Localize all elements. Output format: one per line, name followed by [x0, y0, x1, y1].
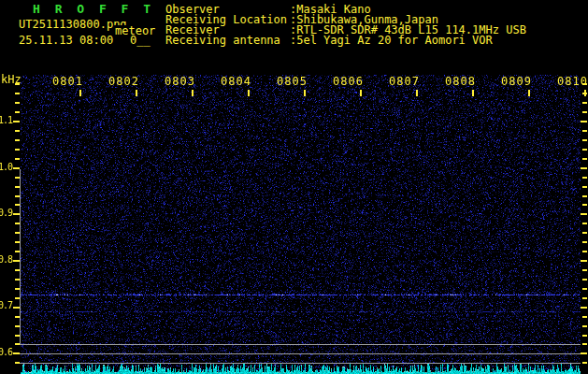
tick-mark	[15, 204, 20, 206]
time-tick-label: 0804	[221, 76, 251, 87]
tick-mark	[15, 279, 20, 280]
tick-mark	[582, 325, 587, 327]
tick-mark	[15, 102, 20, 104]
tick-mark	[15, 251, 20, 252]
tick-mark	[582, 297, 587, 299]
tick-mark	[15, 83, 20, 85]
tick-mark	[13, 307, 20, 309]
tick-mark	[582, 139, 587, 141]
tick-mark	[582, 269, 587, 271]
tick-mark	[582, 223, 587, 224]
spectrogram-canvas	[21, 75, 581, 374]
output-filename: UT2511130800.png	[19, 19, 127, 30]
tick-mark	[13, 352, 20, 354]
tick-mark	[15, 297, 20, 299]
tick-mark	[13, 260, 20, 262]
hrofft-window: H R O F F T UT2511130800.png meteor 25.1…	[0, 0, 588, 374]
tick-mark	[15, 158, 20, 160]
info-label-antenna: Receiving antenna	[165, 35, 280, 46]
freq-tick-label: 0.6	[0, 348, 12, 357]
time-tick-label: 0809	[501, 76, 532, 87]
meteor-counter: 0__	[130, 35, 151, 46]
tick-mark	[582, 251, 587, 252]
tick-mark	[581, 167, 587, 169]
info-value-antenna: :5el Yagi Az 20 for Aomori VOR	[290, 35, 493, 46]
tick-mark	[582, 177, 587, 179]
tick-mark	[79, 90, 81, 96]
tick-mark	[416, 90, 418, 96]
separator-line-2	[20, 353, 581, 354]
freq-tick-label: 0.7	[0, 301, 12, 310]
tick-mark	[15, 177, 20, 179]
tick-mark	[528, 90, 530, 96]
tick-mark	[581, 307, 587, 309]
tick-mark	[582, 186, 587, 188]
freq-tick-label: 1.1	[0, 116, 12, 125]
tick-mark	[15, 335, 20, 337]
tick-mark	[582, 362, 587, 364]
tick-mark	[582, 83, 587, 85]
tick-mark	[15, 195, 20, 197]
tick-mark	[15, 316, 20, 318]
app-title: H R O F F T	[33, 3, 154, 15]
detection-window-left-line	[20, 169, 21, 345]
freq-tick-label: 1.0	[0, 163, 12, 172]
tick-mark	[581, 352, 587, 354]
tick-mark	[15, 93, 20, 94]
tick-mark	[582, 241, 587, 243]
tick-mark	[13, 213, 20, 215]
tick-mark	[582, 288, 587, 290]
tick-mark	[360, 90, 362, 96]
tick-mark	[15, 232, 20, 234]
tick-mark	[13, 121, 20, 122]
time-tick-label: 0805	[277, 76, 308, 87]
tick-mark	[15, 223, 20, 224]
time-tick-label: 0801	[52, 76, 83, 87]
tick-mark	[584, 90, 586, 96]
tick-mark	[582, 158, 587, 160]
tick-mark	[581, 121, 587, 122]
tick-mark	[582, 279, 587, 280]
tick-mark	[582, 130, 587, 132]
time-tick-label: 0803	[165, 76, 195, 87]
tick-mark	[15, 149, 20, 151]
tick-mark	[15, 269, 20, 271]
tick-mark	[582, 195, 587, 197]
tick-mark	[192, 90, 194, 96]
tick-mark	[15, 325, 20, 327]
tick-mark	[582, 111, 587, 113]
timestamp: 25.11.13 08:00	[19, 35, 113, 46]
tick-mark	[581, 213, 587, 215]
tick-mark	[582, 343, 587, 345]
tick-mark	[581, 260, 587, 262]
tick-mark	[582, 149, 587, 151]
time-tick-label: 0808	[445, 76, 476, 87]
tick-mark	[15, 288, 20, 290]
tick-mark	[582, 204, 587, 206]
tick-mark	[15, 130, 20, 132]
tick-mark	[304, 90, 306, 96]
time-tick-label: 0802	[108, 76, 139, 87]
tick-mark	[472, 90, 474, 96]
time-tick-label: 0810	[557, 76, 588, 87]
tick-mark	[15, 186, 20, 188]
tick-mark	[13, 167, 20, 169]
freq-tick-label: 0.9	[0, 209, 12, 218]
freq-tick-label: 0.8	[0, 255, 12, 265]
tick-mark	[15, 343, 20, 345]
tick-mark	[136, 90, 137, 96]
tick-mark	[15, 111, 20, 113]
time-tick-label: 0807	[389, 76, 420, 87]
tick-mark	[582, 102, 587, 104]
tick-mark	[15, 139, 20, 141]
separator-line-1	[20, 344, 581, 345]
separator-line-3	[20, 363, 581, 364]
tick-mark	[248, 90, 250, 96]
tick-mark	[582, 335, 587, 337]
time-tick-label: 0806	[333, 76, 364, 87]
tick-mark	[582, 316, 587, 318]
tick-mark	[15, 241, 20, 243]
tick-mark	[15, 362, 20, 364]
tick-mark	[582, 232, 587, 234]
